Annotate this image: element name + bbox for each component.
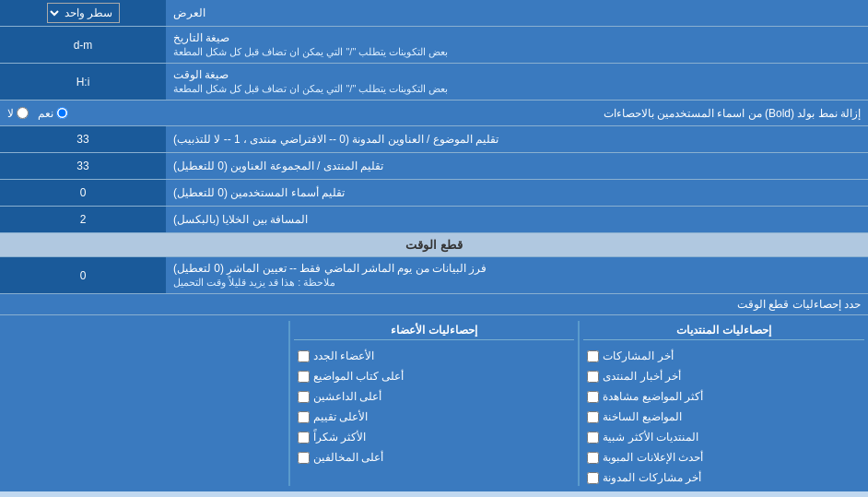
forum-trim-label: تقليم المنتدى / المجموعة العناوين (0 للت… (166, 153, 868, 179)
forum-trim-row: تقليم المنتدى / المجموعة العناوين (0 للت… (0, 153, 868, 180)
checkbox-latest-ads[interactable] (587, 452, 599, 464)
radio-yes[interactable] (56, 107, 68, 119)
forum-stats-col: إحصاءليات المنتديات أخر المشاركات أخر أخ… (583, 321, 864, 486)
username-trim-input-wrapper[interactable] (0, 180, 166, 206)
time-format-label: صيغة الوقت بعض التكوينات يتطلب "/" التي … (166, 64, 868, 100)
username-trim-label: تقليم أسماء المستخدمين (0 للتعطيل) (166, 180, 868, 206)
checkboxes-header-label: حدد إحصاءليات قطع الوقت (7, 298, 861, 311)
date-format-input[interactable] (6, 39, 160, 52)
cutoff-value-label: فرز البيانات من يوم الماشر الماضي فقط --… (166, 257, 868, 293)
date-format-label: صيغة التاريخ بعض التكوينات يتطلب "/" الت… (166, 27, 868, 63)
date-format-row: صيغة التاريخ بعض التكوينات يتطلب "/" الت… (0, 27, 868, 64)
checkbox-item: أحدث الإعلانات المبوبة (583, 449, 864, 466)
checkbox-item: الأعضاء الجدد (294, 348, 575, 364)
col-divider (578, 321, 580, 486)
checkbox-hot-topics[interactable] (587, 411, 599, 423)
checkbox-item: أخر مشاركات المدونة (583, 469, 864, 486)
checkbox-item: المنتديات الأكثر شبية (583, 429, 864, 445)
checkbox-item: أعلى المخالفين (294, 449, 575, 466)
cell-spacing-input-wrapper[interactable] (0, 207, 166, 232)
cell-spacing-label: المسافة بين الخلايا (بالبكسل) (166, 207, 868, 232)
bold-remove-radio-group: نعم لا (7, 107, 68, 120)
checkbox-top-supporters[interactable] (298, 391, 310, 403)
checkbox-highest-rated[interactable] (298, 411, 310, 423)
cutoff-value-row: فرز البيانات من يوم الماشر الماضي فقط --… (0, 257, 868, 294)
title-row: العرض سطر واحد سطران ثلاثة أسطر (0, 0, 868, 27)
main-container: العرض سطر واحد سطران ثلاثة أسطر صيغة الت… (0, 0, 868, 491)
checkbox-blog-posts[interactable] (587, 472, 599, 484)
date-format-input-wrapper[interactable] (0, 27, 166, 63)
checkbox-top-writers[interactable] (298, 371, 310, 383)
checkbox-item: المواضيع الساخنة (583, 408, 864, 425)
col-divider2 (288, 321, 290, 486)
checkbox-item: الأكثر شكراً (294, 429, 575, 445)
radio-no[interactable] (17, 107, 29, 119)
topics-trim-input-wrapper[interactable] (0, 126, 166, 152)
checkbox-item: أخر المشاركات (583, 348, 864, 364)
checkbox-item: أكثر المواضيع مشاهدة (583, 388, 864, 405)
bold-remove-row: إزالة نمط بولد (Bold) من اسماء المستخدمي… (0, 101, 868, 126)
radio-yes-label[interactable]: نعم (38, 107, 68, 120)
checkbox-item: أعلى كتاب المواضيع (294, 368, 575, 385)
radio-no-label[interactable]: لا (7, 107, 29, 120)
checkboxes-header-row: حدد إحصاءليات قطع الوقت (0, 294, 868, 315)
checkbox-most-viewed[interactable] (587, 391, 599, 403)
select-wrapper[interactable]: سطر واحد سطران ثلاثة أسطر (0, 0, 166, 26)
checkbox-item: أخر أخبار المنتدى (583, 368, 864, 385)
checkbox-item: الأعلى تقييم (294, 408, 575, 425)
checkbox-item: أعلى الداعشين (294, 388, 575, 405)
topics-trim-input[interactable] (6, 133, 160, 146)
checkboxes-area: إحصاءليات المنتديات أخر المشاركات أخر أخ… (0, 315, 868, 491)
checkbox-top-violators[interactable] (298, 452, 310, 464)
lines-select[interactable]: سطر واحد سطران ثلاثة أسطر (47, 3, 120, 23)
checkbox-forum-news[interactable] (587, 371, 599, 383)
topics-trim-row: تقليم الموضوع / العناوين المدونة (0 -- ا… (0, 126, 868, 153)
checkbox-most-thanked[interactable] (298, 432, 310, 444)
cell-spacing-input[interactable] (6, 213, 160, 226)
time-format-input-wrapper[interactable] (0, 64, 166, 100)
cutoff-section-header: قطع الوقت (0, 233, 868, 257)
members-stats-header: إحصاءليات الأعضاء (294, 321, 575, 340)
forum-stats-header: إحصاءليات المنتديات (583, 321, 864, 340)
right-label-col (4, 321, 285, 486)
time-format-row: صيغة الوقت بعض التكوينات يتطلب "/" التي … (0, 64, 868, 101)
username-trim-input[interactable] (6, 186, 160, 199)
cutoff-value-input[interactable] (6, 269, 160, 282)
checkbox-recent-posts[interactable] (587, 350, 599, 362)
bold-remove-label: إزالة نمط بولد (Bold) من اسماء المستخدمي… (68, 107, 861, 120)
topics-trim-label: تقليم الموضوع / العناوين المدونة (0 -- ا… (166, 126, 868, 152)
checkbox-new-members[interactable] (298, 350, 310, 362)
checkbox-popular-forums[interactable] (587, 432, 599, 444)
page-title: العرض (166, 0, 868, 26)
members-stats-col: إحصاءليات الأعضاء الأعضاء الجدد أعلى كتا… (294, 321, 575, 486)
time-format-input[interactable] (6, 76, 160, 89)
forum-trim-input-wrapper[interactable] (0, 153, 166, 179)
cutoff-value-input-wrapper[interactable] (0, 257, 166, 293)
forum-trim-input[interactable] (6, 160, 160, 172)
cell-spacing-row: المسافة بين الخلايا (بالبكسل) (0, 207, 868, 233)
username-trim-row: تقليم أسماء المستخدمين (0 للتعطيل) (0, 180, 868, 207)
